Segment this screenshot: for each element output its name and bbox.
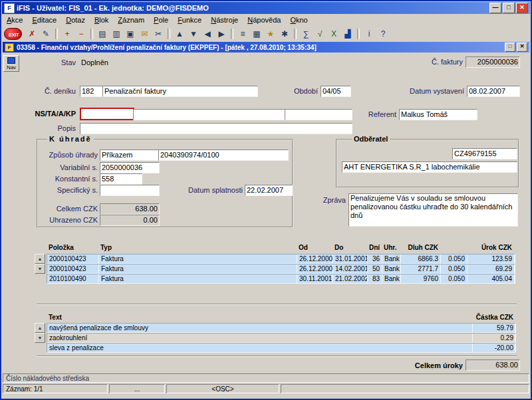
chart-icon[interactable]: ▟ <box>341 28 354 40</box>
menu-item-dotaz[interactable]: Dotaz <box>61 15 90 25</box>
next-block-icon[interactable]: ▶ <box>215 28 228 40</box>
clear-form-icon[interactable]: ✗ <box>25 28 39 40</box>
items-table-row[interactable]: 2010100490 Faktura 30.11.2001 21.02.2002… <box>47 274 515 284</box>
uhrazeno-czk-field: 0.00 <box>100 215 160 226</box>
close-button[interactable]: ✕ <box>516 3 528 13</box>
menu-item-okno[interactable]: Okno <box>285 15 312 25</box>
cell-urok: 123.59 <box>467 254 515 263</box>
mdi-close-button[interactable]: ✕ <box>517 43 527 52</box>
referent-label: Referent <box>331 110 396 118</box>
grid-icon[interactable]: ▦ <box>250 28 263 40</box>
menu-item-editace[interactable]: Editace <box>27 15 61 25</box>
nav-icon <box>7 57 15 64</box>
ucet-field[interactable]: 2040390974/0100 <box>158 150 289 161</box>
tools-icon[interactable]: ✱ <box>278 28 291 40</box>
col-header-polozka: Položka <box>47 243 98 253</box>
favorites-icon[interactable]: ★ <box>264 28 277 40</box>
items-table-row[interactable]: 2000100423 Faktura 26.12.2000 14.02.2001… <box>47 264 515 274</box>
cell-text: navýšená penalizace dle smlouvy <box>47 324 473 332</box>
celkem-uroky-field: 638.00 <box>466 359 520 371</box>
list-icon[interactable]: ▤ <box>96 28 109 40</box>
konstantni-field[interactable]: 558 <box>100 173 142 185</box>
datum-splatnosti-label: Datum splatnosti <box>166 186 243 194</box>
mdi-titlebar[interactable]: F 03358 - Finanční vztahy/Prohlížení pen… <box>3 42 529 52</box>
text-scroll-down-icon[interactable]: ▼ <box>35 333 45 343</box>
maximize-button[interactable]: □ <box>503 3 515 13</box>
datum-vystaveni-field[interactable]: 08.02.2007 <box>467 86 520 97</box>
odberatel-group: Odběratel CZ49679155 AHT ENERGETIKA S.R_… <box>336 139 519 188</box>
save-icon[interactable]: ▥ <box>110 28 123 40</box>
section-separator <box>37 304 517 305</box>
variabilni-field[interactable]: 2050000036 <box>100 162 160 173</box>
menu-item-funkce[interactable]: Funkce <box>173 15 206 25</box>
cell-uhr: Bank <box>382 264 401 273</box>
stav-value: Doplněn <box>81 58 108 66</box>
ns-field-2[interactable] <box>133 109 286 120</box>
ns-field-1[interactable] <box>80 108 134 120</box>
uhrazeno-czk-label: Uhrazeno CZK <box>39 216 98 224</box>
stav-label: Stav <box>20 58 76 66</box>
cell-dni: 83 <box>368 274 382 283</box>
menu-item-akce[interactable]: Akce <box>2 15 27 25</box>
konstantni-label: Konstantní s. <box>39 175 98 183</box>
obdobi-field[interactable]: 04/05 <box>321 86 351 97</box>
exit-button[interactable]: EXIT <box>4 28 22 40</box>
popis-label: Popis <box>20 124 76 132</box>
text-table-row[interactable]: sleva z penalizace -20.00 <box>47 343 515 353</box>
cut-icon[interactable]: ✂ <box>152 28 165 40</box>
referent-field[interactable]: Malkus Tomáš <box>399 109 477 120</box>
cell-castka: -20.00 <box>473 344 516 352</box>
help-icon[interactable]: ? <box>376 28 390 40</box>
sum-icon[interactable]: ∑ <box>299 28 313 40</box>
cislo-deniku-field[interactable]: 182 <box>80 86 104 97</box>
items-table-row[interactable]: 2000100423 Faktura 26.12.2000 31.01.2001… <box>47 254 515 264</box>
odberatel-dic-field[interactable]: CZ49679155 <box>452 148 517 159</box>
print-icon[interactable]: ▣ <box>124 28 137 40</box>
datum-splatnosti-field[interactable]: 22.02.2007 <box>245 185 293 196</box>
app-logo-icon: F <box>4 3 15 13</box>
mdi-restore-button[interactable]: □ <box>505 43 515 52</box>
section-separator <box>37 355 517 357</box>
menu-item-nastroje[interactable]: Nástroje <box>206 15 243 25</box>
cell-urok: 69.29 <box>467 264 515 273</box>
menu-item-zaznam[interactable]: Záznam <box>113 15 149 25</box>
delete-record-icon[interactable]: − <box>74 28 88 40</box>
prev-record-icon[interactable]: ▲ <box>173 28 186 40</box>
cell-typ: Faktura <box>99 264 297 273</box>
mail-icon[interactable]: ✉ <box>138 28 151 40</box>
menu-item-blok[interactable]: Blok <box>90 15 113 25</box>
odberatel-nazev-field[interactable]: AHT ENERGETIKA S.R_1 labochemikálie <box>342 161 517 173</box>
cell-polozka: 2010100490 <box>47 274 99 283</box>
denik-nazev-field[interactable]: Penalizační faktury <box>102 86 258 97</box>
minimize-button[interactable]: — <box>489 3 501 13</box>
text-scroll-up-icon[interactable]: ▲ <box>35 323 45 333</box>
menu-item-pole[interactable]: Pole <box>149 15 173 25</box>
info-icon[interactable]: i <box>362 28 376 40</box>
window-titlebar[interactable]: F iFIS - Uživatel: FIS_01 - Ek. jednotka… <box>2 2 530 14</box>
query-icon[interactable]: ≡ <box>236 28 249 40</box>
zpusob-uhrady-field[interactable]: Příkazem <box>100 150 160 161</box>
cell-castka: 59.79 <box>473 324 516 332</box>
cell-uhr: Bank <box>382 254 401 263</box>
nav-tab[interactable]: Nav <box>3 55 19 72</box>
insert-record-icon[interactable]: + <box>61 28 74 40</box>
col-header-urok: Úrok CZK <box>467 243 514 253</box>
cell-urok: 405.04 <box>467 274 515 283</box>
cell-sazba: 0.050 <box>441 264 467 273</box>
cell-dni: 36 <box>368 254 382 263</box>
menu-bar: Akce Editace Dotaz Blok Záznam Pole Funk… <box>2 14 530 27</box>
edit-icon[interactable]: ✎ <box>39 28 53 40</box>
text-table-row[interactable]: zaokrouhlení 0.29 <box>47 333 515 343</box>
menu-item-napoveda[interactable]: Nápověda <box>243 15 285 25</box>
items-scroll-down-icon[interactable]: ▼ <box>35 264 45 274</box>
excel-icon[interactable]: X <box>327 28 340 40</box>
prev-block-icon[interactable]: ◀ <box>201 28 214 40</box>
next-record-icon[interactable]: ▼ <box>187 28 200 40</box>
zprava-textarea[interactable]: Penalizujeme Vás v souladu se smlouvou p… <box>348 193 518 227</box>
text-table-row[interactable]: navýšená penalizace dle smlouvy 59.79 <box>47 323 515 333</box>
col-header-od: Od <box>297 243 332 253</box>
items-scroll-up-icon[interactable]: ▲ <box>35 254 45 264</box>
popis-field[interactable] <box>80 123 352 134</box>
specificky-field[interactable] <box>100 185 160 196</box>
check-icon[interactable]: √ <box>313 28 327 40</box>
